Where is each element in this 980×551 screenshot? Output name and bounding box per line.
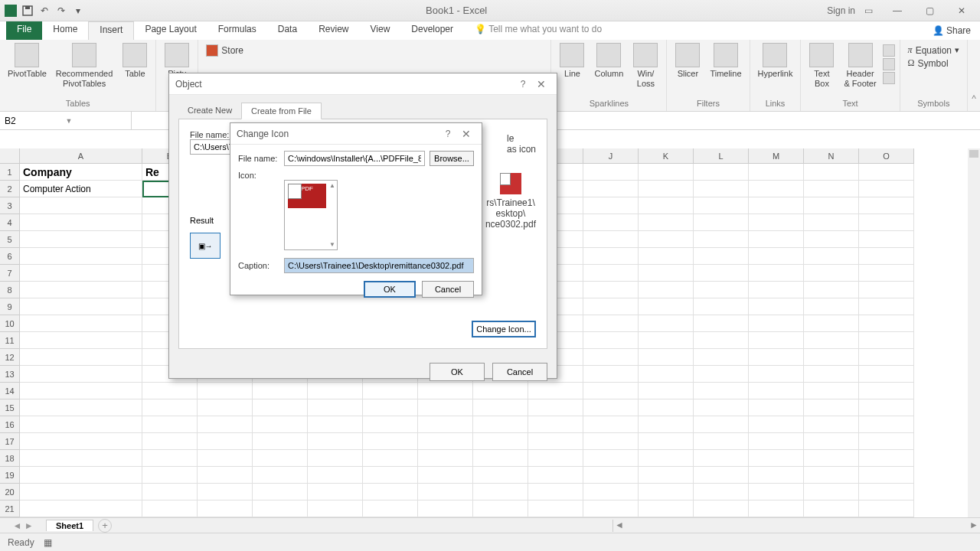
cell[interactable]: [639, 467, 694, 484]
share-button[interactable]: 👤 Share: [933, 25, 971, 36]
tab-create-from-file[interactable]: Create from File: [241, 103, 322, 119]
pdf-file-icon[interactable]: PDF: [288, 184, 326, 208]
cell[interactable]: [639, 282, 694, 298]
cell[interactable]: [253, 399, 308, 416]
tab-page-layout[interactable]: Page Layout: [134, 21, 207, 40]
cell[interactable]: [694, 450, 749, 467]
cell[interactable]: [639, 197, 694, 214]
row-header[interactable]: 17: [0, 433, 20, 450]
cell[interactable]: [859, 450, 914, 467]
cell[interactable]: [418, 416, 473, 433]
cell[interactable]: [198, 467, 253, 484]
cell[interactable]: [473, 433, 528, 450]
cell[interactable]: [749, 467, 804, 484]
cell[interactable]: [859, 332, 914, 349]
cell[interactable]: [363, 416, 418, 433]
cell[interactable]: [253, 500, 308, 517]
cell[interactable]: [583, 450, 639, 467]
col-header[interactable]: K: [639, 148, 694, 164]
cell[interactable]: [639, 399, 694, 416]
cell[interactable]: [694, 298, 749, 315]
cell[interactable]: [859, 399, 914, 416]
cell[interactable]: [253, 450, 308, 467]
tab-insert[interactable]: Insert: [88, 21, 134, 40]
cell[interactable]: [20, 349, 142, 366]
cell[interactable]: [253, 467, 308, 484]
row-header[interactable]: 20: [0, 484, 20, 500]
cell[interactable]: [859, 484, 914, 500]
cell[interactable]: [694, 265, 749, 282]
cell[interactable]: [639, 332, 694, 349]
tab-file[interactable]: File: [6, 21, 42, 40]
cell[interactable]: [583, 467, 639, 484]
cell[interactable]: [639, 298, 694, 315]
cell[interactable]: [20, 282, 142, 298]
tab-data[interactable]: Data: [267, 21, 308, 40]
change-icon-help-button[interactable]: ?: [439, 129, 457, 139]
sigline-icon[interactable]: [883, 58, 895, 70]
cell[interactable]: [694, 332, 749, 349]
ci-browse-button[interactable]: Browse...: [430, 151, 474, 166]
cell[interactable]: [583, 433, 639, 450]
cell[interactable]: [20, 500, 142, 517]
row-header[interactable]: 3: [0, 197, 20, 214]
pivottable-button[interactable]: PivotTable: [5, 41, 50, 80]
cell[interactable]: Computer Action: [20, 181, 142, 197]
cell[interactable]: [308, 450, 363, 467]
cell[interactable]: [20, 467, 142, 484]
cell[interactable]: [198, 433, 253, 450]
cell[interactable]: [859, 248, 914, 265]
cell[interactable]: [528, 500, 583, 517]
cell[interactable]: [473, 467, 528, 484]
sparkline-column-button[interactable]: Column: [591, 41, 626, 80]
cell[interactable]: [583, 248, 639, 265]
cell[interactable]: [583, 366, 639, 383]
wordart-icon[interactable]: [883, 44, 895, 57]
cell[interactable]: [308, 467, 363, 484]
cell[interactable]: [528, 484, 583, 500]
cell[interactable]: [749, 383, 804, 399]
cell[interactable]: [804, 500, 859, 517]
cell[interactable]: [804, 197, 859, 214]
textbox-button[interactable]: Text Box: [805, 41, 838, 90]
cell[interactable]: [20, 450, 142, 467]
cell[interactable]: [749, 399, 804, 416]
row-header[interactable]: 18: [0, 450, 20, 467]
row-header[interactable]: 2: [0, 181, 20, 197]
cell[interactable]: [418, 484, 473, 500]
cell[interactable]: [142, 467, 198, 484]
cell[interactable]: [804, 181, 859, 197]
cell[interactable]: [20, 332, 142, 349]
cell[interactable]: [473, 500, 528, 517]
cell[interactable]: [583, 231, 639, 248]
cell[interactable]: [804, 399, 859, 416]
cell[interactable]: [804, 332, 859, 349]
cell[interactable]: [639, 383, 694, 399]
cell[interactable]: [418, 433, 473, 450]
cell[interactable]: [639, 416, 694, 433]
cell[interactable]: [804, 315, 859, 332]
cell[interactable]: [859, 433, 914, 450]
row-header[interactable]: 10: [0, 315, 20, 332]
row-header[interactable]: 9: [0, 298, 20, 315]
cell[interactable]: [859, 282, 914, 298]
cell[interactable]: [583, 500, 639, 517]
cell[interactable]: [749, 181, 804, 197]
cell[interactable]: [859, 164, 914, 181]
cell[interactable]: [749, 433, 804, 450]
cell[interactable]: [859, 181, 914, 197]
cell[interactable]: [639, 231, 694, 248]
row-header[interactable]: 19: [0, 467, 20, 484]
col-header[interactable]: J: [583, 148, 639, 164]
namebox-dropdown-icon[interactable]: ▼: [66, 117, 127, 125]
cell[interactable]: [859, 416, 914, 433]
cell[interactable]: [198, 500, 253, 517]
table-button[interactable]: Table: [119, 41, 151, 80]
cell[interactable]: [253, 433, 308, 450]
cell[interactable]: [528, 450, 583, 467]
cell[interactable]: [639, 164, 694, 181]
cell[interactable]: [639, 349, 694, 366]
cell[interactable]: [694, 349, 749, 366]
cell[interactable]: [859, 214, 914, 231]
collapse-ribbon-icon[interactable]: ^: [968, 40, 980, 111]
